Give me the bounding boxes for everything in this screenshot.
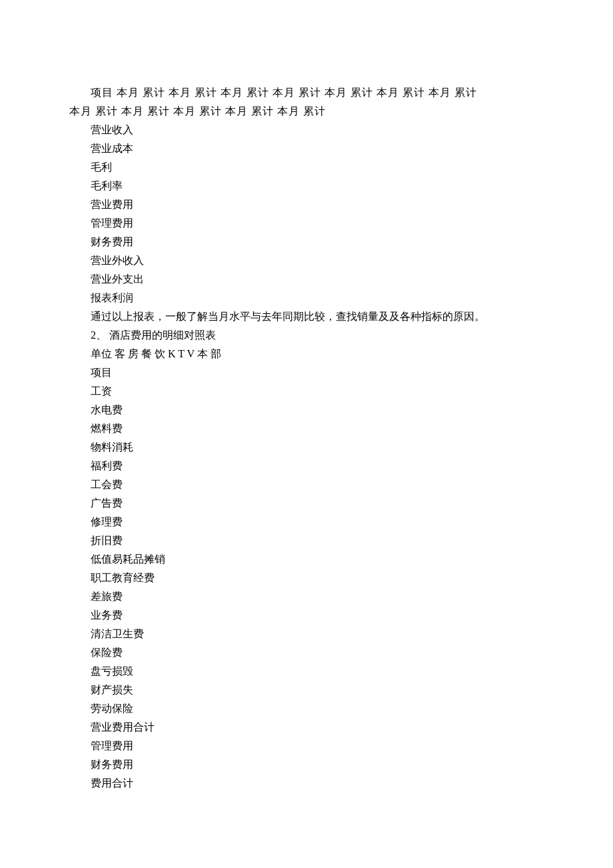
section2-item: 低值易耗品摊销 [69,550,544,569]
section1-item: 财务费用 [69,233,544,251]
section1-item: 管理费用 [69,214,544,233]
section2-item: 财务费用 [69,755,544,774]
section2-item: 劳动保险 [69,699,544,718]
section2-item: 差旅费 [69,587,544,606]
section2-item: 财产损失 [69,681,544,699]
section2-item: 福利费 [69,457,544,475]
section2-item: 工资 [69,382,544,401]
section1-item: 营业成本 [69,139,544,158]
section2-item: 营业费用合计 [69,718,544,737]
section1-item: 营业外支出 [69,270,544,289]
section1-item: 毛利率 [69,177,544,195]
section2-item: 工会费 [69,475,544,494]
section2-unit-line: 单位 客 房 餐 饮 K T V 本 部 [69,345,544,363]
section2-item: 保险费 [69,643,544,662]
section2-item: 业务费 [69,606,544,625]
section2-item: 物料消耗 [69,438,544,457]
section2-item: 燃料费 [69,419,544,438]
section1-item: 报表利润 [69,289,544,307]
section1-item: 营业外收入 [69,251,544,270]
header-line-2: 本月 累计 本月 累计 本月 累计 本月 累计 本月 累计 [69,102,544,121]
section2-item: 盘亏损毁 [69,662,544,681]
header-line-1: 项目 本月 累计 本月 累计 本月 累计 本月 累计 本月 累计 本月 累计 本… [69,83,544,102]
section2-item: 修理费 [69,513,544,531]
section1-item: 毛利 [69,158,544,177]
section2-item: 折旧费 [69,531,544,550]
section2-heading: 2、 酒店费用的明细对照表 [69,326,544,345]
section2-item-label: 项目 [69,363,544,382]
section2-item: 职工教育经费 [69,569,544,587]
section1-item: 营业费用 [69,195,544,214]
section2-item: 管理费用 [69,737,544,755]
section2-item: 费用合计 [69,774,544,793]
section2-item: 清洁卫生费 [69,625,544,643]
section1-item: 营业收入 [69,121,544,139]
section2-item: 广告费 [69,494,544,513]
section1-summary: 通过以上报表，一般了解当月水平与去年同期比较，查找销量及及各种指标的原因。 [69,307,544,326]
section2-item: 水电费 [69,401,544,419]
